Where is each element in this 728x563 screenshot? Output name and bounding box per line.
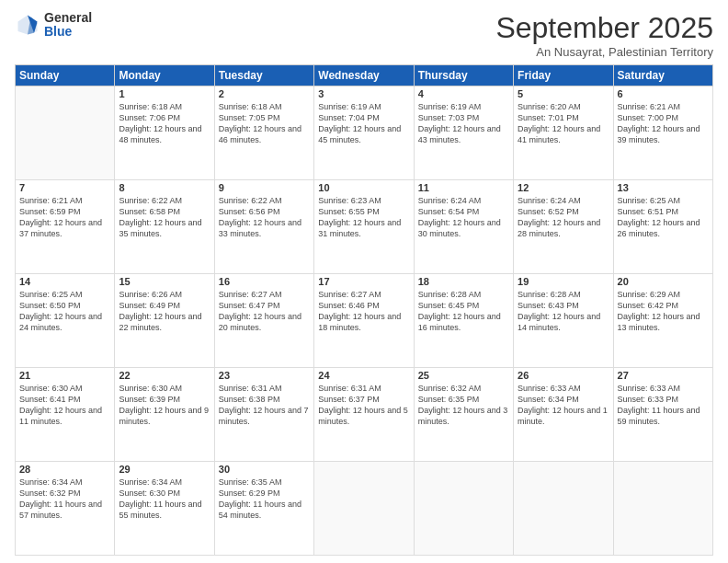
day-info: Sunrise: 6:33 AM Sunset: 6:34 PM Dayligh… xyxy=(518,383,609,428)
day-info: Sunrise: 6:26 AM Sunset: 6:49 PM Dayligh… xyxy=(119,289,210,334)
logo-general-text: General xyxy=(44,11,92,25)
day-info: Sunrise: 6:21 AM Sunset: 6:59 PM Dayligh… xyxy=(19,195,110,240)
calendar-cell: 29Sunrise: 6:34 AM Sunset: 6:30 PM Dayli… xyxy=(115,462,214,556)
weekday-header-monday: Monday xyxy=(115,65,214,86)
day-info: Sunrise: 6:25 AM Sunset: 6:50 PM Dayligh… xyxy=(19,289,110,334)
day-number: 18 xyxy=(418,276,509,287)
day-info: Sunrise: 6:18 AM Sunset: 7:06 PM Dayligh… xyxy=(119,101,210,146)
logo-blue-text: Blue xyxy=(44,25,92,39)
calendar-week-3: 14Sunrise: 6:25 AM Sunset: 6:50 PM Dayli… xyxy=(16,274,713,368)
day-info: Sunrise: 6:27 AM Sunset: 6:46 PM Dayligh… xyxy=(318,289,409,334)
calendar-cell xyxy=(16,86,115,180)
month-title: September 2025 xyxy=(495,11,713,45)
weekday-header-saturday: Saturday xyxy=(613,65,712,86)
calendar-cell: 7Sunrise: 6:21 AM Sunset: 6:59 PM Daylig… xyxy=(16,180,115,274)
calendar-cell: 12Sunrise: 6:24 AM Sunset: 6:52 PM Dayli… xyxy=(514,180,613,274)
day-info: Sunrise: 6:22 AM Sunset: 6:56 PM Dayligh… xyxy=(219,195,310,240)
day-info: Sunrise: 6:22 AM Sunset: 6:58 PM Dayligh… xyxy=(119,195,210,240)
day-info: Sunrise: 6:27 AM Sunset: 6:47 PM Dayligh… xyxy=(219,289,310,334)
calendar-cell xyxy=(314,462,414,556)
calendar-cell: 18Sunrise: 6:28 AM Sunset: 6:45 PM Dayli… xyxy=(414,274,513,368)
day-number: 2 xyxy=(219,88,310,99)
day-number: 21 xyxy=(19,370,110,381)
day-info: Sunrise: 6:30 AM Sunset: 6:39 PM Dayligh… xyxy=(119,383,210,428)
calendar-cell: 25Sunrise: 6:32 AM Sunset: 6:35 PM Dayli… xyxy=(414,368,513,462)
calendar-cell: 1Sunrise: 6:18 AM Sunset: 7:06 PM Daylig… xyxy=(115,86,214,180)
day-info: Sunrise: 6:29 AM Sunset: 6:42 PM Dayligh… xyxy=(618,289,709,334)
calendar-cell: 30Sunrise: 6:35 AM Sunset: 6:29 PM Dayli… xyxy=(214,462,313,556)
day-number: 4 xyxy=(418,88,509,99)
day-info: Sunrise: 6:23 AM Sunset: 6:55 PM Dayligh… xyxy=(318,195,409,240)
calendar-cell: 13Sunrise: 6:25 AM Sunset: 6:51 PM Dayli… xyxy=(613,180,712,274)
calendar-cell: 14Sunrise: 6:25 AM Sunset: 6:50 PM Dayli… xyxy=(16,274,115,368)
calendar-cell: 15Sunrise: 6:26 AM Sunset: 6:49 PM Dayli… xyxy=(115,274,214,368)
calendar-cell: 5Sunrise: 6:20 AM Sunset: 7:01 PM Daylig… xyxy=(514,86,613,180)
day-number: 12 xyxy=(518,182,609,193)
day-number: 9 xyxy=(219,182,310,193)
calendar-cell: 23Sunrise: 6:31 AM Sunset: 6:38 PM Dayli… xyxy=(214,368,313,462)
weekday-header-friday: Friday xyxy=(514,65,613,86)
day-info: Sunrise: 6:18 AM Sunset: 7:05 PM Dayligh… xyxy=(219,101,310,146)
day-number: 28 xyxy=(19,464,110,475)
day-number: 10 xyxy=(318,182,409,193)
logo: General Blue xyxy=(15,11,92,40)
day-number: 7 xyxy=(19,182,110,193)
day-number: 25 xyxy=(418,370,509,381)
weekday-header-thursday: Thursday xyxy=(414,65,513,86)
calendar-cell: 4Sunrise: 6:19 AM Sunset: 7:03 PM Daylig… xyxy=(414,86,513,180)
day-info: Sunrise: 6:35 AM Sunset: 6:29 PM Dayligh… xyxy=(219,477,310,522)
calendar-week-1: 1Sunrise: 6:18 AM Sunset: 7:06 PM Daylig… xyxy=(16,86,713,180)
weekday-header-sunday: Sunday xyxy=(16,65,115,86)
weekday-header-wednesday: Wednesday xyxy=(314,65,414,86)
location-subtitle: An Nusayrat, Palestinian Territory xyxy=(495,45,713,59)
calendar-cell: 27Sunrise: 6:33 AM Sunset: 6:33 PM Dayli… xyxy=(613,368,712,462)
day-number: 20 xyxy=(618,276,709,287)
day-info: Sunrise: 6:19 AM Sunset: 7:03 PM Dayligh… xyxy=(418,101,509,146)
calendar-week-2: 7Sunrise: 6:21 AM Sunset: 6:59 PM Daylig… xyxy=(16,180,713,274)
calendar-cell: 22Sunrise: 6:30 AM Sunset: 6:39 PM Dayli… xyxy=(115,368,214,462)
day-info: Sunrise: 6:28 AM Sunset: 6:45 PM Dayligh… xyxy=(418,289,509,334)
day-info: Sunrise: 6:31 AM Sunset: 6:37 PM Dayligh… xyxy=(318,383,409,428)
calendar-cell: 24Sunrise: 6:31 AM Sunset: 6:37 PM Dayli… xyxy=(314,368,414,462)
calendar-cell: 20Sunrise: 6:29 AM Sunset: 6:42 PM Dayli… xyxy=(613,274,712,368)
calendar-cell: 28Sunrise: 6:34 AM Sunset: 6:32 PM Dayli… xyxy=(16,462,115,556)
day-info: Sunrise: 6:28 AM Sunset: 6:43 PM Dayligh… xyxy=(518,289,609,334)
calendar-cell: 10Sunrise: 6:23 AM Sunset: 6:55 PM Dayli… xyxy=(314,180,414,274)
calendar-cell: 19Sunrise: 6:28 AM Sunset: 6:43 PM Dayli… xyxy=(514,274,613,368)
day-info: Sunrise: 6:34 AM Sunset: 6:30 PM Dayligh… xyxy=(119,477,210,522)
day-info: Sunrise: 6:24 AM Sunset: 6:52 PM Dayligh… xyxy=(518,195,609,240)
calendar-cell: 21Sunrise: 6:30 AM Sunset: 6:41 PM Dayli… xyxy=(16,368,115,462)
day-number: 13 xyxy=(618,182,709,193)
day-info: Sunrise: 6:34 AM Sunset: 6:32 PM Dayligh… xyxy=(19,477,110,522)
day-number: 3 xyxy=(318,88,409,99)
day-number: 30 xyxy=(219,464,310,475)
calendar-cell: 6Sunrise: 6:21 AM Sunset: 7:00 PM Daylig… xyxy=(613,86,712,180)
day-number: 17 xyxy=(318,276,409,287)
day-number: 8 xyxy=(119,182,210,193)
calendar-cell: 26Sunrise: 6:33 AM Sunset: 6:34 PM Dayli… xyxy=(514,368,613,462)
day-number: 22 xyxy=(119,370,210,381)
day-number: 24 xyxy=(318,370,409,381)
day-number: 6 xyxy=(618,88,709,99)
day-number: 1 xyxy=(119,88,210,99)
day-number: 29 xyxy=(119,464,210,475)
day-number: 14 xyxy=(19,276,110,287)
weekday-header-tuesday: Tuesday xyxy=(214,65,313,86)
calendar-cell: 9Sunrise: 6:22 AM Sunset: 6:56 PM Daylig… xyxy=(214,180,313,274)
day-number: 11 xyxy=(418,182,509,193)
title-block: September 2025 An Nusayrat, Palestinian … xyxy=(495,11,713,59)
day-info: Sunrise: 6:21 AM Sunset: 7:00 PM Dayligh… xyxy=(618,101,709,146)
calendar-cell xyxy=(414,462,513,556)
calendar-table: SundayMondayTuesdayWednesdayThursdayFrid… xyxy=(15,64,713,556)
calendar-week-4: 21Sunrise: 6:30 AM Sunset: 6:41 PM Dayli… xyxy=(16,368,713,462)
day-number: 5 xyxy=(518,88,609,99)
calendar-cell xyxy=(514,462,613,556)
day-info: Sunrise: 6:31 AM Sunset: 6:38 PM Dayligh… xyxy=(219,383,310,428)
day-info: Sunrise: 6:19 AM Sunset: 7:04 PM Dayligh… xyxy=(318,101,409,146)
day-info: Sunrise: 6:32 AM Sunset: 6:35 PM Dayligh… xyxy=(418,383,509,428)
calendar-cell xyxy=(613,462,712,556)
day-number: 19 xyxy=(518,276,609,287)
calendar-cell: 3Sunrise: 6:19 AM Sunset: 7:04 PM Daylig… xyxy=(314,86,414,180)
day-info: Sunrise: 6:20 AM Sunset: 7:01 PM Dayligh… xyxy=(518,101,609,146)
day-info: Sunrise: 6:25 AM Sunset: 6:51 PM Dayligh… xyxy=(618,195,709,240)
